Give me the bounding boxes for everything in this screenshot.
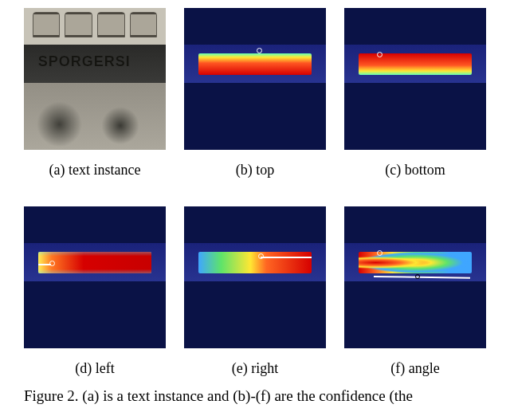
- text-instance-label: SPORGERSI: [38, 53, 131, 70]
- panel-a-caption: (a) text instance: [24, 162, 166, 179]
- panel-d-image: [24, 206, 166, 348]
- building-windows: [33, 12, 158, 37]
- panel-c-image: [344, 8, 486, 150]
- panel-f-image: [344, 206, 486, 348]
- heatmap-strip-top: [198, 53, 312, 75]
- heatmap-strip-right: [198, 252, 312, 273]
- secondary-marker-angle: [415, 274, 420, 279]
- panel-b-caption: (b) top: [184, 162, 326, 179]
- panel-f: (f) angle: [344, 206, 486, 377]
- panel-b: (b) top: [184, 8, 326, 179]
- panel-d: (d) left: [24, 206, 166, 377]
- panel-c: (c) bottom: [344, 8, 486, 179]
- reference-marker-left: [49, 261, 55, 266]
- row-1: SPORGERSI (a) text instance (b) top (c) …: [24, 8, 486, 179]
- heatmap-strip-bottom: [359, 53, 472, 75]
- figure-caption: Figure 2. (a) is a text instance and (b)…: [0, 377, 510, 406]
- panel-e-caption: (e) right: [184, 360, 326, 377]
- panel-f-caption: (f) angle: [344, 360, 486, 377]
- panel-b-image: [184, 8, 326, 150]
- panel-e-image: [184, 206, 326, 348]
- panel-c-caption: (c) bottom: [344, 162, 486, 179]
- reference-marker-top: [257, 48, 262, 53]
- figure-container: SPORGERSI (a) text instance (b) top (c) …: [0, 0, 510, 377]
- row-2: (d) left (e) right (f) angle: [24, 206, 486, 377]
- heatmap-strip-left: [38, 252, 151, 273]
- indicator-line-right: [261, 257, 312, 258]
- panel-e: (e) right: [184, 206, 326, 377]
- panel-d-caption: (d) left: [24, 360, 166, 377]
- panel-a: SPORGERSI (a) text instance: [24, 8, 166, 179]
- panel-a-image: SPORGERSI: [24, 8, 166, 150]
- blur-figures: [24, 86, 166, 150]
- heatmap-strip-angle: [359, 252, 472, 273]
